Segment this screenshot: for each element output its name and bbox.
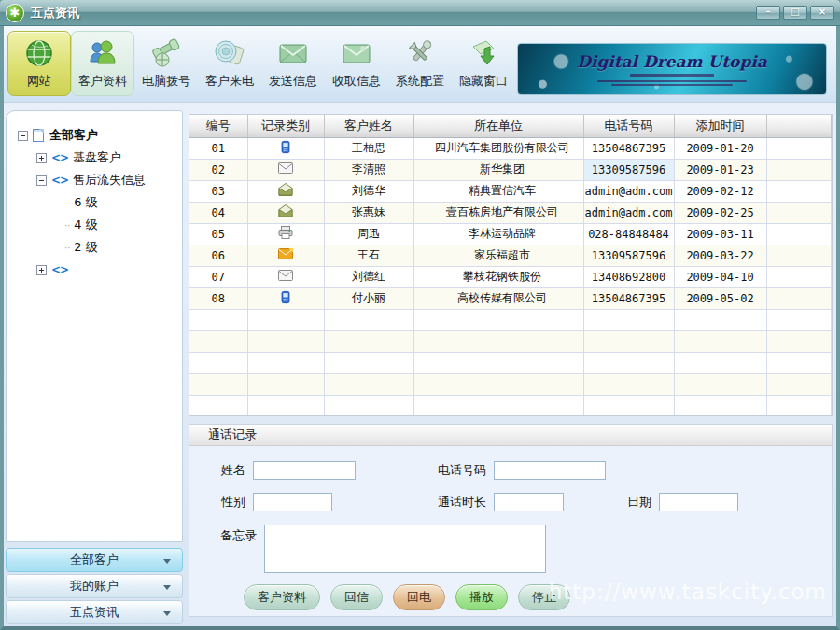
cell-customer-name[interactable]: 王柏思 (324, 137, 413, 159)
toolbar-button-dial[interactable]: 电脑拨号 (134, 31, 198, 96)
tree-item-level-2[interactable]: ·· 2 级 (16, 236, 176, 259)
table-row[interactable]: 08付小丽高校传媒有限公司135048673952009-05-02 (189, 287, 832, 309)
table-row[interactable]: 02李清照新华集团133095875962009-01-23 (189, 159, 832, 180)
table-row[interactable]: 06王石家乐福超市133095875962009-03-22 (189, 245, 832, 266)
cell-record-type[interactable] (247, 266, 324, 287)
cell-add-time[interactable]: 2009-05-02 (674, 287, 766, 309)
tree-item-all-customers[interactable]: 全部客户 (16, 124, 176, 147)
expand-icon[interactable] (36, 153, 47, 163)
phone-field[interactable] (494, 461, 606, 480)
call-back-button[interactable]: 回电 (393, 584, 445, 610)
customer-info-button[interactable]: 客户资料 (244, 584, 320, 610)
ad-banner[interactable]: Digital Dream Utopia (517, 43, 827, 95)
duration-field[interactable] (494, 493, 564, 511)
cell-company[interactable]: 家乐福超市 (413, 245, 583, 266)
cell-customer-name[interactable]: 刘德红 (324, 266, 413, 287)
cell-company[interactable]: 壹百栋房地产有限公司 (413, 202, 583, 223)
tree-item-unnamed[interactable]: <> (16, 259, 176, 281)
cell-id[interactable]: 03 (189, 180, 247, 202)
cell-company[interactable]: 攀枝花钢铁股份 (413, 266, 583, 287)
cell-customer-name[interactable]: 张惠妹 (324, 202, 413, 223)
toolbar-button-hide-window[interactable]: 隐藏窗口 (452, 31, 515, 96)
cell-record-type[interactable] (247, 202, 324, 223)
column-header-phone[interactable]: 电话号码 (583, 115, 674, 137)
cell-phone[interactable]: 13309587596 (583, 245, 674, 266)
cell-record-type[interactable] (247, 180, 324, 202)
toolbar-button-config[interactable]: 系统配置 (388, 31, 452, 96)
cell-record-type[interactable] (247, 287, 324, 309)
cell-company[interactable]: 精典置信汽车 (413, 180, 583, 202)
name-field[interactable] (253, 461, 356, 480)
close-button[interactable]: × (810, 6, 834, 20)
cell-id[interactable]: 07 (189, 266, 247, 287)
toolbar-button-customers[interactable]: 客户资料 (71, 31, 134, 96)
play-button[interactable]: 播放 (455, 584, 508, 610)
cell-phone[interactable]: admin@adm.com (583, 180, 674, 202)
window-title: 五点资讯 (31, 5, 79, 21)
cell-company[interactable]: 四川汽车集团股份有限公司 (413, 137, 583, 159)
cell-customer-name[interactable]: 付小丽 (324, 287, 413, 309)
cell-record-type[interactable] (247, 137, 324, 159)
toolbar-button-receive-message[interactable]: 收取信息 (325, 31, 388, 96)
memo-field[interactable] (264, 525, 546, 573)
cell-record-type[interactable] (247, 245, 324, 266)
cell-record-type[interactable] (247, 159, 324, 180)
tree-item-aftersale-loss[interactable]: <> 售后流失信息 (16, 169, 176, 191)
accordion-five-point-info[interactable]: 五点资讯 (6, 600, 183, 624)
table-row[interactable]: 01王柏思四川汽车集团股份有限公司135048673952009-01-20 (189, 137, 832, 159)
gender-field[interactable] (253, 493, 332, 511)
cell-phone[interactable]: 13504867395 (583, 287, 674, 309)
cell-add-time[interactable]: 2009-02-25 (674, 202, 766, 223)
minimize-button[interactable]: – (756, 6, 780, 20)
tree-item-level-4[interactable]: ·· 4 级 (16, 214, 176, 236)
column-header-id[interactable]: 编号 (189, 115, 247, 137)
cell-company[interactable]: 高校传媒有限公司 (413, 287, 583, 309)
cell-customer-name[interactable]: 周迅 (324, 223, 413, 245)
table-row[interactable]: 07刘德红攀枝花钢铁股份134086928002009-04-10 (189, 266, 832, 287)
date-field[interactable] (659, 493, 738, 511)
cell-add-time[interactable]: 2009-03-22 (674, 245, 766, 266)
cell-customer-name[interactable]: 李清照 (324, 159, 413, 180)
cell-id[interactable]: 01 (189, 137, 247, 159)
collapse-icon[interactable] (18, 131, 28, 141)
cell-id[interactable]: 05 (189, 223, 247, 245)
reply-message-button[interactable]: 回信 (330, 584, 383, 610)
cell-customer-name[interactable]: 王石 (324, 245, 413, 266)
collapse-icon[interactable] (36, 175, 47, 186)
table-row[interactable]: 04张惠妹壹百栋房地产有限公司admin@adm.com2009-02-25 (189, 202, 832, 223)
expand-icon[interactable] (36, 265, 47, 275)
cell-phone[interactable]: 13504867395 (583, 137, 674, 159)
cell-add-time[interactable]: 2009-04-10 (674, 266, 766, 287)
cell-id[interactable]: 08 (189, 287, 247, 309)
cell-add-time[interactable]: 2009-02-12 (674, 180, 766, 202)
column-header-company[interactable]: 所在单位 (413, 115, 583, 137)
cell-company[interactable]: 新华集团 (413, 159, 583, 180)
cell-phone[interactable]: 13309587596 (583, 159, 674, 180)
table-row[interactable]: 05周迅李林运动品牌028-848484842009-03-11 (189, 223, 832, 245)
cell-add-time[interactable]: 2009-01-23 (674, 159, 766, 180)
tree-item-level-6[interactable]: ·· 6 级 (16, 191, 176, 214)
cell-add-time[interactable]: 2009-03-11 (674, 223, 766, 245)
column-header-record-type[interactable]: 记录类别 (247, 115, 324, 137)
cell-id[interactable]: 02 (189, 159, 247, 180)
toolbar-button-send-message[interactable]: 发送信息 (261, 31, 325, 96)
cell-company[interactable]: 李林运动品牌 (413, 223, 583, 245)
tree-item-base-customers[interactable]: <> 基盘客户 (16, 147, 176, 169)
column-header-add-time[interactable]: 添加时间 (674, 115, 766, 137)
accordion-my-account[interactable]: 我的账户 (6, 574, 183, 598)
stop-button[interactable]: 停止 (518, 584, 570, 610)
toolbar-button-website[interactable]: 网站 (7, 31, 71, 96)
cell-id[interactable]: 04 (189, 202, 247, 223)
cell-customer-name[interactable]: 刘德华 (324, 180, 413, 202)
accordion-all-customers[interactable]: 全部客户 (6, 548, 183, 572)
column-header-customer-name[interactable]: 客户姓名 (324, 115, 413, 137)
cell-add-time[interactable]: 2009-01-20 (674, 137, 766, 159)
cell-id[interactable]: 06 (189, 245, 247, 266)
toolbar-button-incoming-call[interactable]: 客户来电 (198, 31, 261, 96)
cell-phone[interactable]: 13408692800 (583, 266, 674, 287)
cell-phone[interactable]: 028-84848484 (583, 223, 674, 245)
cell-phone[interactable]: admin@adm.com (583, 202, 674, 223)
maximize-button[interactable]: □ (783, 6, 807, 20)
cell-record-type[interactable] (247, 223, 324, 245)
table-row[interactable]: 03刘德华精典置信汽车admin@adm.com2009-02-12 (189, 180, 832, 202)
